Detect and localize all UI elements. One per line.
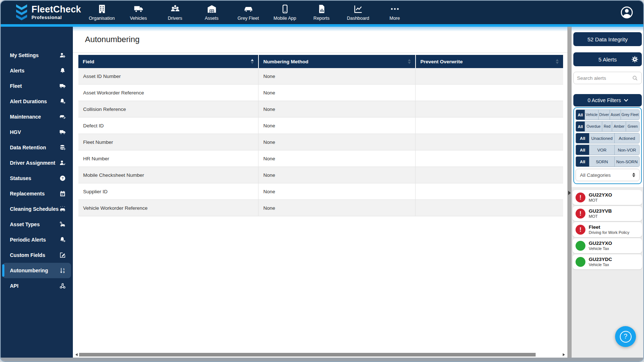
sidebar-item-my-settings[interactable]: My Settings [3,48,71,63]
topnav-item-mobile-app[interactable]: Mobile App [267,4,303,21]
sidebar-item-autonumbering[interactable]: Autonumbering [3,263,71,278]
sidebar-item-statuses[interactable]: Statuses [3,171,71,186]
horizontal-scrollbar[interactable] [74,352,566,357]
scroll-right-icon[interactable] [563,353,565,356]
filter-chip-vehicle[interactable]: Vehicle [585,110,598,120]
filter-chip-non-vor[interactable]: Non-VOR [614,145,639,155]
alert-card-gu23yvb-mot[interactable]: ! GU23YVB MOT [573,206,642,221]
sidebar-item-label: Alert Durations [10,98,59,104]
topnav-item-label: Assets [205,16,219,21]
column-header-numbering-method[interactable]: Numbering Method [258,55,415,68]
filter-chip-non-sorn[interactable]: Non-SORN [614,157,639,167]
cell-numbering-method: None [258,117,415,134]
filter-chip-all[interactable]: All [576,133,589,143]
column-header-prevent-overwrite[interactable]: Prevent Overwrite [415,55,563,68]
filter-chip-green[interactable]: Green [626,122,639,131]
filter-chip-overdue[interactable]: Overdue [585,122,602,131]
search-input[interactable] [577,75,632,81]
gear-icon[interactable] [631,56,639,63]
active-filters-button[interactable]: 0 Active Filters [573,94,642,107]
filter-chip-amber[interactable]: Amber [612,122,626,131]
alert-title: GU22YXO [589,240,612,246]
alert-card-gu22yxo-mot[interactable]: ! GU22YXO MOT [573,190,642,205]
fleetcheck-logo[interactable]: FleetCheck Professional [15,4,77,21]
topnav-item-assets[interactable]: Assets [193,4,230,21]
filter-chip-grey-fleet[interactable]: Grey Fleet [621,110,639,120]
sidebar-item-hgv[interactable]: HGV [3,124,71,140]
sidebar-item-maintenance[interactable]: Maintenance [3,109,71,124]
alerts-button[interactable]: 5 Alerts [573,52,642,66]
alert-title: GU23YVB [589,208,612,214]
topnav-item-grey-fleet[interactable]: Grey Fleet [230,4,267,21]
sidebar-item-fleet[interactable]: Fleet [3,78,71,94]
sidebar-item-periodic-alerts[interactable]: Periodic Alerts [3,232,71,247]
table-row[interactable]: Vehicle Workorder Reference None [78,200,563,216]
user-avatar-button[interactable] [620,5,634,19]
data-integrity-button[interactable]: 52 Data Integrity [573,32,642,46]
table-row[interactable]: Asset Workorder Reference None [78,85,563,101]
scrollbar-thumb[interactable] [79,353,536,357]
cell-field: Defect ID [78,117,258,134]
table-row[interactable]: Mobile Checksheet Number None [78,167,563,183]
report-icon [317,4,327,14]
table-row[interactable]: Fleet Number None [78,134,563,150]
filter-chip-unactioned[interactable]: Unactioned [589,133,614,143]
cell-prevent-overwrite [415,167,563,183]
table-row[interactable]: HR Number None [78,150,563,167]
sidebar-item-replacements[interactable]: Replacements [3,186,71,201]
warehouse-icon [207,4,217,14]
sidebar-item-cleaning-schedules[interactable]: Cleaning Schedules [3,201,71,217]
sidebar-item-label: Alerts [10,68,59,74]
topnav-item-more[interactable]: More [376,4,413,21]
sidebar-item-driver-assignment[interactable]: Driver Assignment [3,155,71,171]
filter-chip-all[interactable]: All [576,157,589,167]
topnav-item-dashboard[interactable]: Dashboard [340,4,376,21]
topnav-item-label: Dashboard [347,16,369,21]
alert-card-gu22yxo-vehicle-tax[interactable]: GU22YXO Vehicle Tax [573,238,642,253]
cell-numbering-method: None [258,101,415,117]
scroll-left-icon[interactable] [75,353,78,356]
sidebar-item-custom-fields[interactable]: Custom Fields [3,247,71,263]
help-button[interactable]: ? [615,326,636,347]
alert-subtitle: Vehicle Tax [589,246,612,251]
table-row[interactable]: Supplier ID None [78,183,563,200]
filter-chip-all[interactable]: All [576,145,589,155]
column-header-label: Field [83,59,94,64]
filter-chip-actioned[interactable]: Actioned [614,133,639,143]
filter-chip-driver[interactable]: Driver [598,110,610,120]
panel-collapse-handle-icon[interactable] [568,191,571,195]
cell-prevent-overwrite [415,134,563,150]
sidebar-item-label: Maintenance [10,114,59,120]
filter-chip-all[interactable]: All [576,110,585,120]
table-row[interactable]: Defect ID None [78,117,563,134]
alert-card-gu23ydc-vehicle-tax[interactable]: GU23YDC Vehicle Tax [573,254,642,269]
topnav-item-vehicles[interactable]: Vehicles [120,4,157,21]
sidebar-item-api[interactable]: API [3,278,71,294]
filter-chip-asset[interactable]: Asset [610,110,621,120]
page-title: Autonumbering [85,35,139,44]
cell-prevent-overwrite [415,101,563,117]
filter-chip-vor[interactable]: VOR [589,145,614,155]
filter-chip-red[interactable]: Red [602,122,612,131]
categories-select[interactable]: All Categories [576,169,640,181]
topnav-item-organisation[interactable]: Organisation [83,4,120,21]
filter-chip-all[interactable]: All [576,122,585,131]
cell-field: Collision Reference [78,101,258,117]
topnav-item-reports[interactable]: Reports [303,4,340,21]
cell-field: Mobile Checksheet Number [78,167,258,183]
sidebar-item-label: Periodic Alerts [10,237,59,243]
cars-icon [59,221,66,228]
panel-splitter[interactable] [567,27,572,358]
sidebar-item-data-retention[interactable]: Data Retention [3,140,71,155]
sidebar-item-alert-durations[interactable]: Alert Durations [3,94,71,109]
sidebar-item-asset-types[interactable]: Asset Types [3,217,71,232]
table-row[interactable]: Collision Reference None [78,101,563,117]
sidebar-item-alerts[interactable]: Alerts [3,63,71,78]
sidebar-item-label: Cleaning Schedules [10,206,59,212]
filters-box: AllVehicleDriverAssetGrey FleetAllOverdu… [573,107,642,184]
filter-chip-sorn[interactable]: SORN [589,157,614,167]
table-row[interactable]: Asset ID Number None [78,68,563,85]
alert-card-fleet-driving-for-work-policy[interactable]: ! Fleet Driving for Work Policy [573,222,642,237]
column-header-field[interactable]: Field [78,55,258,68]
topnav-item-drivers[interactable]: Drivers [157,4,193,21]
